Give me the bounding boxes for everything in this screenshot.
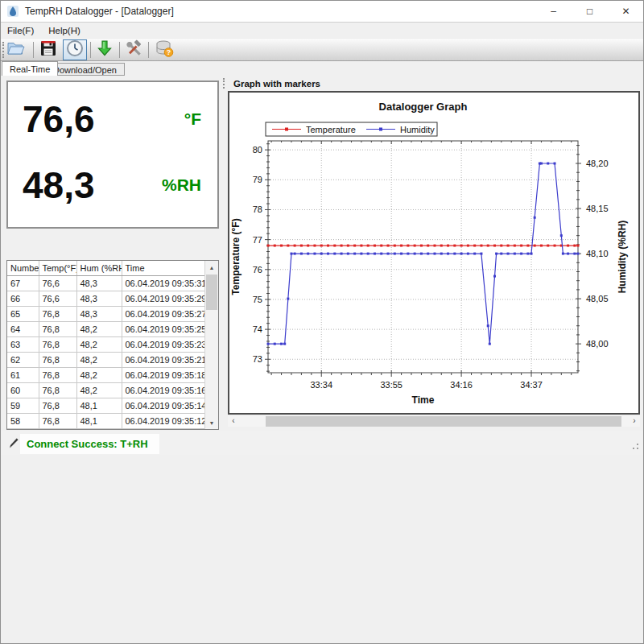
minimize-button[interactable]: – [535, 0, 572, 22]
table-cell: 76,6 [39, 276, 76, 291]
clock-icon [65, 39, 85, 61]
readout-panel: 76,6 °F 48,3 %RH [6, 80, 219, 229]
table-cell: 06.04.2019 09:35:21 [122, 353, 204, 368]
scrollbar-thumb[interactable] [206, 275, 217, 310]
tools-icon [124, 39, 143, 61]
graph-panel: 737475767778798048,0048,0548,1048,1548,2… [228, 91, 640, 415]
table-cell: 76,6 [39, 291, 76, 307]
table-row[interactable]: 6676,648,306.04.2019 09:35:29 [7, 291, 204, 307]
svg-text:48,15: 48,15 [586, 204, 609, 213]
hscroll-thumb[interactable] [266, 416, 621, 427]
tab-real-time[interactable]: Real-Time [2, 61, 58, 76]
database-question-icon: ? [153, 39, 175, 61]
resize-grip[interactable] [630, 440, 639, 450]
column-header-hum[interactable]: Hum (%RH) [76, 261, 122, 276]
scroll-down-arrow[interactable]: ▼ [205, 416, 218, 429]
save-button[interactable] [36, 39, 60, 60]
table-cell: 48,2 [76, 383, 122, 398]
svg-text:33:34: 33:34 [310, 380, 332, 390]
table-cell: 06.04.2019 09:35:25 [122, 322, 204, 337]
column-header-time[interactable]: Time [122, 261, 204, 276]
svg-text:78: 78 [253, 204, 262, 214]
svg-text:48,20: 48,20 [586, 159, 609, 168]
humidity-value: 48,3 [23, 163, 95, 207]
scroll-left-arrow[interactable]: ‹ [228, 416, 239, 427]
table-row[interactable]: 6176,848,206.04.2019 09:35:18 [7, 368, 204, 383]
panel-grip[interactable] [223, 78, 226, 89]
database-help-button[interactable]: ? [151, 39, 178, 60]
toolbar-separator [90, 42, 91, 58]
title-bar: TempRH Datalogger - [Datalogger] – □ ✕ [0, 0, 644, 23]
download-button[interactable] [93, 39, 117, 60]
table-cell: 06.04.2019 09:35:18 [122, 368, 204, 383]
table-cell: 76,8 [39, 414, 76, 429]
table-cell: 48,2 [76, 353, 122, 368]
svg-text:33:55: 33:55 [380, 380, 402, 390]
table-row[interactable]: 5976,848,106.04.2019 09:35:14 [7, 398, 204, 414]
table-cell: 48,2 [76, 368, 122, 383]
app-icon [6, 5, 19, 18]
table-cell: 67 [7, 276, 39, 291]
table-row[interactable]: 6076,848,206.04.2019 09:35:16 [7, 383, 204, 398]
table-scrollbar[interactable]: ▲ ▼ [204, 261, 218, 429]
table-row[interactable]: 6276,848,206.04.2019 09:35:21 [7, 353, 204, 368]
table-cell: 63 [7, 337, 39, 353]
status-bar: Connect Success: T+RH [0, 431, 644, 455]
table-cell: 76,8 [39, 307, 76, 322]
scroll-right-arrow[interactable]: › [629, 416, 640, 427]
menu-help[interactable]: Help(H) [41, 24, 88, 37]
maximize-button[interactable]: □ [572, 0, 608, 22]
svg-text:34:37: 34:37 [520, 380, 543, 390]
scroll-up-arrow[interactable]: ▲ [205, 261, 218, 274]
svg-text:74: 74 [253, 324, 262, 334]
graph-hscrollbar[interactable]: ‹ › [228, 416, 640, 427]
log-table-panel: Number Temp(°F) Hum (%RH) Time 6776,648,… [6, 260, 219, 430]
table-cell: 64 [7, 322, 39, 337]
table-cell: 76,8 [39, 337, 76, 353]
graph-panel-label: Graph with markers [233, 79, 320, 89]
pen-icon [7, 437, 19, 449]
table-row[interactable]: 5876,848,106.04.2019 09:35:12 [7, 414, 204, 429]
svg-text:77: 77 [253, 235, 262, 245]
temperature-readout: 76,6 °F [23, 90, 201, 148]
svg-text:48,00: 48,00 [586, 339, 609, 349]
table-header-row: Number Temp(°F) Hum (%RH) Time [7, 261, 204, 276]
svg-text:48,05: 48,05 [586, 294, 609, 303]
humidity-unit: %RH [162, 175, 201, 195]
table-cell: 48,3 [76, 291, 122, 307]
save-floppy-icon [39, 39, 58, 61]
log-table: Number Temp(°F) Hum (%RH) Time 6776,648,… [7, 261, 204, 429]
table-cell: 58 [7, 414, 39, 429]
table-cell: 48,1 [76, 398, 122, 414]
clock-button[interactable] [63, 39, 87, 60]
toolbar-separator [33, 42, 34, 58]
svg-text:76: 76 [253, 265, 262, 275]
table-cell: 48,3 [76, 276, 122, 291]
open-file-button[interactable] [4, 39, 28, 60]
column-header-number[interactable]: Number [7, 261, 39, 276]
open-folder-icon [6, 39, 27, 61]
close-button[interactable]: ✕ [608, 0, 644, 22]
table-cell: 06.04.2019 09:35:27 [122, 307, 204, 322]
settings-button[interactable] [122, 39, 146, 60]
menu-file[interactable]: File(F) [0, 24, 41, 37]
table-row[interactable]: 6776,648,306.04.2019 09:35:31 [7, 276, 204, 291]
table-cell: 76,8 [39, 398, 76, 414]
table-row[interactable]: 6576,848,306.04.2019 09:35:27 [7, 307, 204, 322]
toolbar-separator [119, 42, 120, 58]
table-row[interactable]: 6376,848,206.04.2019 09:35:23 [7, 337, 204, 353]
table-cell: 06.04.2019 09:35:31 [122, 276, 204, 291]
svg-text:Temperature: Temperature [306, 125, 356, 134]
table-row[interactable]: 6476,848,206.04.2019 09:35:25 [7, 322, 204, 337]
svg-text:?: ? [167, 48, 171, 56]
table-cell: 76,8 [39, 383, 76, 398]
svg-text:Time: Time [412, 394, 435, 406]
svg-text:80: 80 [253, 145, 262, 155]
temperature-value: 76,6 [23, 97, 95, 141]
column-header-temp[interactable]: Temp(°F) [39, 261, 76, 276]
svg-text:48,10: 48,10 [586, 249, 609, 258]
table-cell: 65 [7, 307, 39, 322]
toolbar-separator [148, 42, 149, 58]
toolbar: ? [0, 38, 644, 61]
hscroll-track[interactable] [239, 416, 629, 427]
